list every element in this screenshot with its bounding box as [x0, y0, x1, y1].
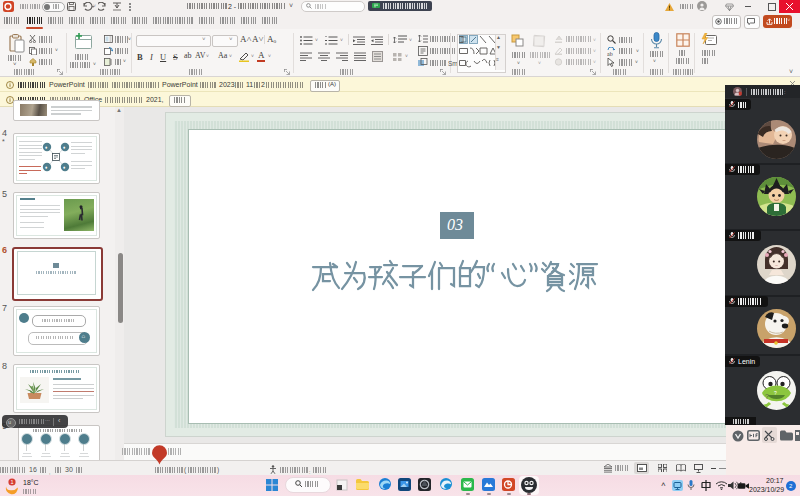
- svg-text:?: ?: [765, 393, 769, 400]
- svg-text:ab: ab: [607, 50, 613, 56]
- svg-text:?: ?: [774, 390, 777, 396]
- svg-text:1: 1: [11, 479, 14, 485]
